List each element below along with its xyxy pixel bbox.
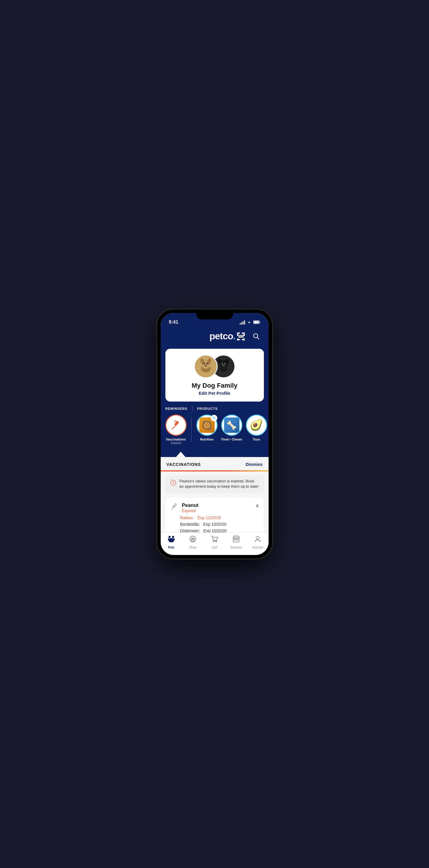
svg-point-35: [222, 363, 223, 364]
vaccinations-header: VACCINATIONS Dismiss: [161, 457, 269, 470]
services-nav-icon: [232, 535, 240, 545]
account-nav-label: Account: [253, 546, 263, 549]
svg-rect-6: [244, 333, 244, 336]
arrow-up: [176, 452, 186, 457]
svg-rect-8: [237, 339, 240, 340]
search-button[interactable]: [251, 331, 262, 342]
nav-item-cart[interactable]: Cart: [205, 535, 223, 549]
pet-vaccination-record: Peanut Expired ∧ Rabies: Exp 12/2019 Bor…: [165, 498, 264, 532]
product-item-treat-chews[interactable]: 🦴 Treat • Chews: [221, 414, 242, 445]
treat-chews-circle: 🦴: [221, 414, 242, 436]
reminders-label: REMINDERS: [165, 407, 188, 410]
svg-point-55: [172, 536, 174, 538]
bottom-nav: Pets Shop: [161, 532, 269, 555]
svg-line-46: [173, 483, 174, 483]
pet-card[interactable]: My Dog Family Edit Pet Profile: [165, 349, 264, 402]
treat-chews-label: Treat • Chews: [221, 438, 242, 441]
edit-pet-profile-link[interactable]: Edit Pet Profile: [199, 391, 230, 396]
phone-frame: 9:41: [157, 309, 272, 559]
svg-line-41: [172, 428, 173, 429]
svg-point-54: [169, 536, 171, 538]
account-nav-icon: [254, 535, 262, 545]
arrow-container: [161, 450, 269, 457]
section-labels: REMINDERS PRODUCTS: [165, 406, 269, 411]
vaccinations-label: Vaccinations: [166, 438, 186, 441]
pet-vacc-status: Expired: [182, 508, 199, 513]
status-icons: [240, 320, 260, 325]
alert-clock-icon: [169, 479, 176, 488]
toys-image: 🥑: [249, 417, 264, 433]
nav-item-shop[interactable]: Shop: [184, 535, 202, 549]
product-item-nutrition[interactable]: ↻ 🥘 Nutrition: [196, 414, 218, 445]
pet-vacc-name: Peanut: [182, 502, 199, 508]
svg-rect-10: [242, 339, 244, 340]
pets-nav-icon: [167, 535, 175, 545]
pet-family-name: My Dog Family: [192, 382, 237, 390]
notch: [196, 309, 233, 319]
svg-line-50: [175, 503, 176, 504]
pet-avatars: [194, 354, 235, 378]
signal-bars-icon: [240, 320, 245, 324]
products-section: REMINDERS PRODUCTS: [161, 402, 269, 450]
cart-nav-icon: [210, 535, 219, 545]
pet-vacc-record-header: Peanut Expired ∧: [170, 502, 259, 513]
nav-item-services[interactable]: Services: [227, 535, 245, 549]
section-divider: [191, 417, 192, 442]
svg-point-69: [256, 536, 259, 539]
product-item-vaccinations[interactable]: Vaccinations Expired: [165, 414, 187, 445]
product-item-toys[interactable]: 🥑 Toys: [246, 414, 267, 445]
shop-nav-icon: [189, 535, 197, 545]
svg-point-36: [225, 363, 225, 364]
svg-point-33: [221, 363, 223, 365]
nav-item-pets[interactable]: Pets: [162, 535, 180, 549]
app-header: petco.: [161, 327, 269, 346]
vaccination-alert: Peanut's rabies vaccination is expired. …: [165, 475, 264, 493]
svg-line-49: [171, 509, 172, 509]
barcode-scanner-button[interactable]: [236, 331, 246, 342]
vaccinations-circle: [165, 414, 187, 436]
distemper-vaccination-line: Distemper: Exp 10/2020: [170, 528, 259, 532]
nutrition-circle: ↻ 🥘: [196, 414, 218, 436]
services-nav-label: Services: [230, 546, 241, 549]
toys-circle: 🥑: [246, 414, 267, 436]
svg-line-42: [174, 421, 175, 422]
svg-point-28: [207, 364, 207, 364]
svg-line-18: [257, 337, 259, 339]
svg-point-38: [220, 366, 227, 372]
pet-vacc-info: Peanut Expired: [182, 502, 199, 513]
alert-text: Peanut's rabies vaccination is expired. …: [179, 478, 260, 489]
products-label: PRODUCTS: [197, 407, 218, 410]
shop-nav-label: Shop: [190, 546, 196, 549]
refresh-badge: ↻: [211, 415, 217, 421]
svg-rect-1: [254, 321, 259, 323]
petco-logo: petco.: [209, 331, 235, 342]
svg-rect-2: [260, 321, 260, 323]
pets-nav-label: Pets: [168, 546, 174, 549]
dismiss-button[interactable]: Dismiss: [245, 462, 263, 467]
battery-icon: [253, 320, 260, 325]
svg-point-27: [204, 364, 205, 364]
vaccinations-panel: VACCINATIONS Dismiss Peanut's rabies vac…: [161, 457, 269, 532]
svg-point-34: [224, 363, 226, 365]
pet-vacc-left: Peanut Expired: [170, 502, 199, 513]
bordetella-vaccination-line: Bordetella: Exp 10/2020: [170, 522, 259, 527]
wifi-icon: [247, 320, 252, 325]
svg-point-61: [213, 541, 214, 542]
status-time: 9:41: [169, 319, 178, 325]
header-icons: [236, 331, 262, 342]
rabies-vaccination-line: Rabies: Exp 12/2019: [170, 516, 259, 520]
svg-point-59: [191, 539, 194, 541]
svg-point-62: [216, 541, 217, 542]
products-scroll[interactable]: Vaccinations Expired ↻ 🥘 Nutrition: [165, 414, 269, 447]
chevron-up-icon[interactable]: ∧: [255, 502, 259, 509]
vaccinations-progress-bar: [161, 470, 269, 471]
nav-item-account[interactable]: Account: [249, 535, 267, 549]
vaccinations-sublabel: Expired: [171, 441, 181, 445]
svg-rect-4: [237, 333, 238, 336]
pet-avatar-dog1: [194, 354, 218, 378]
scroll-content[interactable]: My Dog Family Edit Pet Profile REMINDERS…: [161, 346, 269, 532]
svg-point-37: [222, 365, 225, 367]
svg-rect-67: [234, 539, 236, 540]
nutrition-label: Nutrition: [200, 438, 214, 441]
svg-rect-40: [174, 421, 179, 426]
